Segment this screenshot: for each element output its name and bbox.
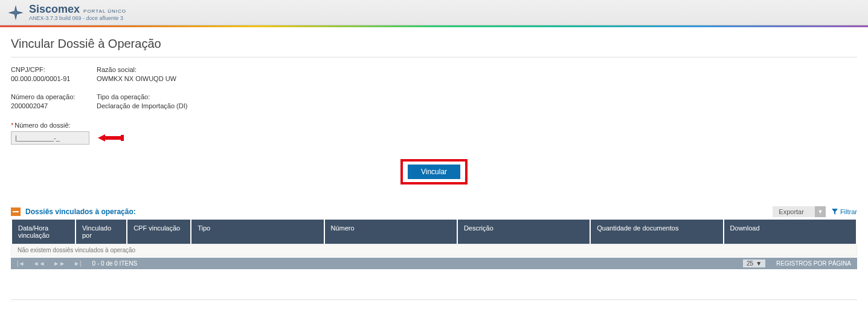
arrow-annotation-icon <box>98 133 124 143</box>
vincular-button-wrap: Vincular <box>11 159 857 184</box>
col-tipo[interactable]: Tipo <box>191 220 323 244</box>
dossie-number-input[interactable] <box>11 131 89 145</box>
tipoop-value: Declaração de Importação (DI) <box>97 102 278 109</box>
pager-first-icon[interactable]: |◄ <box>17 260 25 267</box>
app-header: Siscomex PORTAL ÚNICO ANEX-3.7.3 build 0… <box>0 0 868 25</box>
table-header-row: Data/Hora vinculação Vinculado por CPF v… <box>12 220 856 244</box>
vincular-highlight-box: Vincular <box>400 159 468 184</box>
export-label: Exportar <box>773 206 815 217</box>
razao-label: Razão social: <box>97 66 278 73</box>
pager-nav: |◄ ◄◄ ►► ►| <box>17 260 82 267</box>
page-size-select[interactable]: 25 ▼ <box>743 260 765 267</box>
linked-dossies-table: Data/Hora vinculação Vinculado por CPF v… <box>11 220 857 244</box>
col-data-vinculacao[interactable]: Data/Hora vinculação <box>12 220 75 244</box>
table-empty-message: Não existem dossiês vinculados à operaçã… <box>11 244 857 256</box>
col-quantidade-documentos[interactable]: Quantidade de documentos <box>591 220 722 244</box>
cnpj-value: 00.000.000/0001-91 <box>11 75 95 82</box>
chevron-down-icon: ▼ <box>815 206 826 217</box>
build-info: ANEX-3.7.3 build 069 - doce afluente 3 <box>29 16 126 21</box>
pager-next-icon[interactable]: ►► <box>53 260 65 267</box>
title-divider <box>11 57 857 57</box>
export-dropdown[interactable]: Exportar ▼ <box>773 206 826 217</box>
col-download[interactable]: Download <box>724 220 856 244</box>
collapse-icon[interactable] <box>11 207 21 216</box>
svg-marker-1 <box>11 7 21 18</box>
svg-marker-4 <box>832 209 838 215</box>
razao-value: OWMKX NX OIWUQD UW <box>97 75 278 82</box>
col-vinculado-por[interactable]: Vinculado por <box>76 220 126 244</box>
chevron-down-icon: ▼ <box>756 260 762 267</box>
linked-section-title: Dossiês vinculados à operação: <box>25 207 136 216</box>
required-asterisk: * <box>11 122 13 129</box>
numop-value: 2000002047 <box>11 102 95 109</box>
pager-prev-icon[interactable]: ◄◄ <box>33 260 45 267</box>
col-cpf-vinculacao[interactable]: CPF vinculação <box>127 220 190 244</box>
filter-icon <box>832 209 838 215</box>
dossie-label: *Número do dossiê: <box>11 122 857 129</box>
logo-portal-text: PORTAL ÚNICO <box>83 9 126 14</box>
dossie-field-block: *Número do dossiê: <box>11 122 857 145</box>
pager-bar: |◄ ◄◄ ►► ►| 0 - 0 de 0 ITENS 25 ▼ REGIST… <box>11 258 857 269</box>
col-numero[interactable]: Número <box>325 220 457 244</box>
per-page-label: REGISTROS POR PÁGINA <box>776 260 851 267</box>
vincular-button[interactable]: Vincular <box>408 165 460 179</box>
page-title: Vincular Dossiê à Operação <box>11 37 857 51</box>
svg-marker-2 <box>98 134 122 142</box>
tipoop-label: Tipo da operação: <box>97 93 278 100</box>
footer-divider <box>11 299 857 300</box>
cnpj-label: CNPJ/CPF: <box>11 66 95 73</box>
linked-section-header: Dossiês vinculados à operação: Exportar … <box>11 206 857 217</box>
numop-label: Número da operação: <box>11 93 95 100</box>
svg-rect-3 <box>121 135 124 141</box>
logo-main-text: Siscomex <box>29 4 80 15</box>
info-grid: CNPJ/CPF: 00.000.000/0001-91 Razão socia… <box>11 66 857 109</box>
logo-text: Siscomex PORTAL ÚNICO ANEX-3.7.3 build 0… <box>29 4 126 21</box>
col-descricao[interactable]: Descrição <box>458 220 590 244</box>
compass-logo-icon <box>7 4 24 21</box>
filter-link[interactable]: Filtrar <box>832 208 857 215</box>
pager-last-icon[interactable]: ►| <box>74 260 82 267</box>
pager-summary: 0 - 0 de 0 ITENS <box>92 260 137 267</box>
